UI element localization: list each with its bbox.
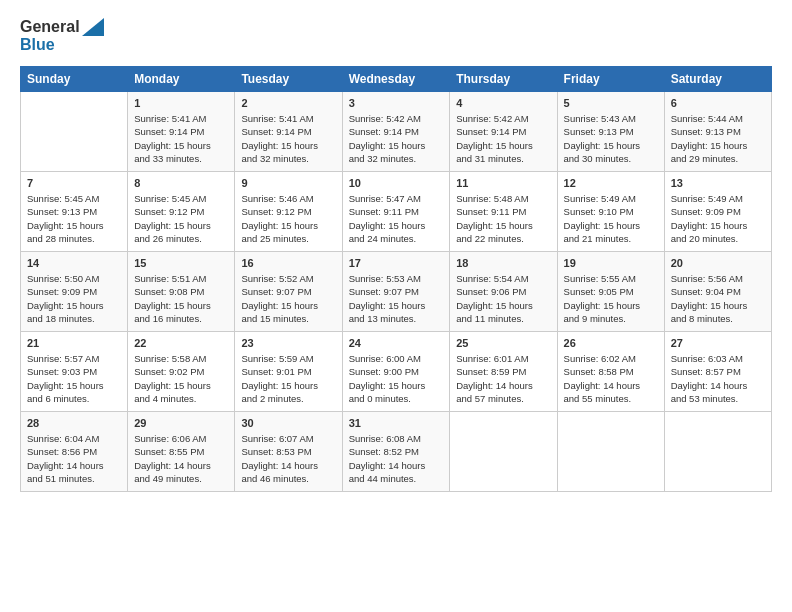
calendar-cell: 8Sunrise: 5:45 AM Sunset: 9:12 PM Daylig… bbox=[128, 171, 235, 251]
calendar-cell: 1Sunrise: 5:41 AM Sunset: 9:14 PM Daylig… bbox=[128, 91, 235, 171]
calendar-cell: 2Sunrise: 5:41 AM Sunset: 9:14 PM Daylig… bbox=[235, 91, 342, 171]
calendar-cell: 22Sunrise: 5:58 AM Sunset: 9:02 PM Dayli… bbox=[128, 331, 235, 411]
header: General Blue bbox=[20, 18, 772, 54]
calendar-cell: 25Sunrise: 6:01 AM Sunset: 8:59 PM Dayli… bbox=[450, 331, 557, 411]
day-number: 12 bbox=[564, 176, 658, 191]
logo-arrow-icon bbox=[82, 18, 104, 36]
day-header-saturday: Saturday bbox=[664, 66, 771, 91]
calendar-cell: 19Sunrise: 5:55 AM Sunset: 9:05 PM Dayli… bbox=[557, 251, 664, 331]
day-header-tuesday: Tuesday bbox=[235, 66, 342, 91]
day-number: 31 bbox=[349, 416, 444, 431]
day-info: Sunrise: 5:42 AM Sunset: 9:14 PM Dayligh… bbox=[349, 112, 444, 165]
day-number: 18 bbox=[456, 256, 550, 271]
day-number: 30 bbox=[241, 416, 335, 431]
day-number: 27 bbox=[671, 336, 765, 351]
calendar-header-row: SundayMondayTuesdayWednesdayThursdayFrid… bbox=[21, 66, 772, 91]
day-info: Sunrise: 6:02 AM Sunset: 8:58 PM Dayligh… bbox=[564, 352, 658, 405]
day-number: 19 bbox=[564, 256, 658, 271]
day-number: 15 bbox=[134, 256, 228, 271]
day-header-sunday: Sunday bbox=[21, 66, 128, 91]
calendar-cell: 31Sunrise: 6:08 AM Sunset: 8:52 PM Dayli… bbox=[342, 411, 450, 491]
week-row-3: 14Sunrise: 5:50 AM Sunset: 9:09 PM Dayli… bbox=[21, 251, 772, 331]
day-info: Sunrise: 6:04 AM Sunset: 8:56 PM Dayligh… bbox=[27, 432, 121, 485]
calendar-cell: 20Sunrise: 5:56 AM Sunset: 9:04 PM Dayli… bbox=[664, 251, 771, 331]
logo-general-text: General bbox=[20, 18, 80, 36]
day-info: Sunrise: 6:03 AM Sunset: 8:57 PM Dayligh… bbox=[671, 352, 765, 405]
day-info: Sunrise: 5:43 AM Sunset: 9:13 PM Dayligh… bbox=[564, 112, 658, 165]
calendar-cell bbox=[664, 411, 771, 491]
main-container: General Blue SundayMondayTuesdayWednesda… bbox=[0, 0, 792, 502]
calendar-cell: 15Sunrise: 5:51 AM Sunset: 9:08 PM Dayli… bbox=[128, 251, 235, 331]
day-number: 21 bbox=[27, 336, 121, 351]
week-row-5: 28Sunrise: 6:04 AM Sunset: 8:56 PM Dayli… bbox=[21, 411, 772, 491]
svg-marker-0 bbox=[82, 18, 104, 36]
calendar-cell: 9Sunrise: 5:46 AM Sunset: 9:12 PM Daylig… bbox=[235, 171, 342, 251]
day-info: Sunrise: 5:46 AM Sunset: 9:12 PM Dayligh… bbox=[241, 192, 335, 245]
day-number: 29 bbox=[134, 416, 228, 431]
day-number: 5 bbox=[564, 96, 658, 111]
calendar-cell: 10Sunrise: 5:47 AM Sunset: 9:11 PM Dayli… bbox=[342, 171, 450, 251]
calendar-cell: 18Sunrise: 5:54 AM Sunset: 9:06 PM Dayli… bbox=[450, 251, 557, 331]
calendar-cell: 29Sunrise: 6:06 AM Sunset: 8:55 PM Dayli… bbox=[128, 411, 235, 491]
day-number: 6 bbox=[671, 96, 765, 111]
day-number: 26 bbox=[564, 336, 658, 351]
day-number: 10 bbox=[349, 176, 444, 191]
day-info: Sunrise: 6:01 AM Sunset: 8:59 PM Dayligh… bbox=[456, 352, 550, 405]
day-header-monday: Monday bbox=[128, 66, 235, 91]
day-number: 9 bbox=[241, 176, 335, 191]
logo-blue-text: Blue bbox=[20, 36, 104, 54]
day-info: Sunrise: 5:49 AM Sunset: 9:10 PM Dayligh… bbox=[564, 192, 658, 245]
day-number: 16 bbox=[241, 256, 335, 271]
day-info: Sunrise: 5:45 AM Sunset: 9:13 PM Dayligh… bbox=[27, 192, 121, 245]
day-info: Sunrise: 5:44 AM Sunset: 9:13 PM Dayligh… bbox=[671, 112, 765, 165]
week-row-1: 1Sunrise: 5:41 AM Sunset: 9:14 PM Daylig… bbox=[21, 91, 772, 171]
calendar-cell: 13Sunrise: 5:49 AM Sunset: 9:09 PM Dayli… bbox=[664, 171, 771, 251]
day-number: 22 bbox=[134, 336, 228, 351]
day-number: 11 bbox=[456, 176, 550, 191]
day-info: Sunrise: 5:49 AM Sunset: 9:09 PM Dayligh… bbox=[671, 192, 765, 245]
day-number: 14 bbox=[27, 256, 121, 271]
calendar-cell: 3Sunrise: 5:42 AM Sunset: 9:14 PM Daylig… bbox=[342, 91, 450, 171]
calendar-cell: 12Sunrise: 5:49 AM Sunset: 9:10 PM Dayli… bbox=[557, 171, 664, 251]
calendar-table: SundayMondayTuesdayWednesdayThursdayFrid… bbox=[20, 66, 772, 492]
day-info: Sunrise: 5:50 AM Sunset: 9:09 PM Dayligh… bbox=[27, 272, 121, 325]
week-row-2: 7Sunrise: 5:45 AM Sunset: 9:13 PM Daylig… bbox=[21, 171, 772, 251]
calendar-cell: 26Sunrise: 6:02 AM Sunset: 8:58 PM Dayli… bbox=[557, 331, 664, 411]
day-number: 23 bbox=[241, 336, 335, 351]
day-number: 7 bbox=[27, 176, 121, 191]
day-info: Sunrise: 6:06 AM Sunset: 8:55 PM Dayligh… bbox=[134, 432, 228, 485]
day-number: 25 bbox=[456, 336, 550, 351]
day-info: Sunrise: 5:51 AM Sunset: 9:08 PM Dayligh… bbox=[134, 272, 228, 325]
day-info: Sunrise: 5:41 AM Sunset: 9:14 PM Dayligh… bbox=[134, 112, 228, 165]
calendar-cell: 7Sunrise: 5:45 AM Sunset: 9:13 PM Daylig… bbox=[21, 171, 128, 251]
day-info: Sunrise: 5:54 AM Sunset: 9:06 PM Dayligh… bbox=[456, 272, 550, 325]
day-info: Sunrise: 5:41 AM Sunset: 9:14 PM Dayligh… bbox=[241, 112, 335, 165]
day-number: 28 bbox=[27, 416, 121, 431]
logo-wordmark: General Blue bbox=[20, 18, 104, 54]
calendar-cell: 30Sunrise: 6:07 AM Sunset: 8:53 PM Dayli… bbox=[235, 411, 342, 491]
day-number: 24 bbox=[349, 336, 444, 351]
calendar-cell bbox=[21, 91, 128, 171]
day-info: Sunrise: 5:45 AM Sunset: 9:12 PM Dayligh… bbox=[134, 192, 228, 245]
day-number: 8 bbox=[134, 176, 228, 191]
day-info: Sunrise: 6:08 AM Sunset: 8:52 PM Dayligh… bbox=[349, 432, 444, 485]
day-info: Sunrise: 5:42 AM Sunset: 9:14 PM Dayligh… bbox=[456, 112, 550, 165]
calendar-cell: 16Sunrise: 5:52 AM Sunset: 9:07 PM Dayli… bbox=[235, 251, 342, 331]
day-info: Sunrise: 5:53 AM Sunset: 9:07 PM Dayligh… bbox=[349, 272, 444, 325]
day-header-friday: Friday bbox=[557, 66, 664, 91]
day-number: 17 bbox=[349, 256, 444, 271]
day-info: Sunrise: 5:47 AM Sunset: 9:11 PM Dayligh… bbox=[349, 192, 444, 245]
calendar-cell: 23Sunrise: 5:59 AM Sunset: 9:01 PM Dayli… bbox=[235, 331, 342, 411]
calendar-cell: 6Sunrise: 5:44 AM Sunset: 9:13 PM Daylig… bbox=[664, 91, 771, 171]
logo: General Blue bbox=[20, 18, 104, 54]
day-header-thursday: Thursday bbox=[450, 66, 557, 91]
day-info: Sunrise: 5:57 AM Sunset: 9:03 PM Dayligh… bbox=[27, 352, 121, 405]
day-number: 3 bbox=[349, 96, 444, 111]
day-info: Sunrise: 5:58 AM Sunset: 9:02 PM Dayligh… bbox=[134, 352, 228, 405]
calendar-cell: 21Sunrise: 5:57 AM Sunset: 9:03 PM Dayli… bbox=[21, 331, 128, 411]
day-info: Sunrise: 5:52 AM Sunset: 9:07 PM Dayligh… bbox=[241, 272, 335, 325]
calendar-cell bbox=[557, 411, 664, 491]
day-info: Sunrise: 5:59 AM Sunset: 9:01 PM Dayligh… bbox=[241, 352, 335, 405]
calendar-cell: 17Sunrise: 5:53 AM Sunset: 9:07 PM Dayli… bbox=[342, 251, 450, 331]
day-number: 2 bbox=[241, 96, 335, 111]
